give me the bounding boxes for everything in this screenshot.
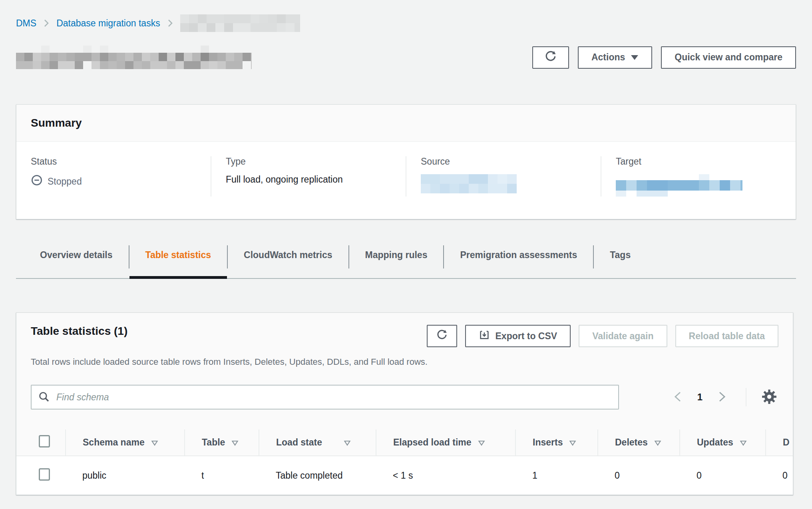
column-header-inserts[interactable]: Inserts: [515, 429, 598, 456]
summary-target-column: Target: [601, 156, 796, 197]
cell-inserts: 1: [515, 456, 598, 495]
refresh-icon: [436, 329, 448, 343]
search-icon: [38, 391, 50, 404]
quick-view-and-compare-button[interactable]: Quick view and compare: [661, 46, 796, 69]
export-to-csv-button[interactable]: Export to CSV: [465, 325, 571, 347]
pagination-divider: [746, 388, 746, 406]
column-header-table[interactable]: Table: [185, 429, 259, 456]
reload-table-data-label: Reload table data: [689, 331, 765, 342]
breadcrumb-link-tasks[interactable]: Database migration tasks: [56, 18, 160, 29]
column-label: Schema name: [83, 437, 145, 447]
refresh-icon: [544, 50, 557, 65]
current-page-number: 1: [697, 392, 703, 403]
table-refresh-button[interactable]: [427, 325, 457, 347]
column-label: Inserts: [533, 437, 563, 447]
sort-icon: [654, 437, 661, 448]
cell-elapsed-load-time: < 1 s: [376, 456, 515, 495]
table-row[interactable]: public t Table completed < 1 s 1 0 0 0: [16, 456, 793, 495]
dms-task-page: { "breadcrumb": { "dms": "DMS", "tasks":…: [0, 0, 812, 509]
chevron-right-icon: [167, 19, 173, 28]
gear-icon: [762, 389, 777, 406]
select-all-header-cell: [16, 429, 66, 456]
column-header-load-state[interactable]: Load state: [259, 429, 376, 456]
page-title-redacted: [16, 46, 252, 69]
summary-source-column: Source: [406, 156, 601, 197]
table-preferences-button[interactable]: [760, 388, 778, 407]
chevron-right-icon: [44, 19, 49, 28]
page-header: Actions Quick view and compare: [16, 46, 796, 69]
actions-button[interactable]: Actions: [578, 46, 652, 69]
sort-icon: [569, 437, 576, 448]
summary-status-column: Status Stopped: [16, 156, 211, 197]
tab-cloudwatch-metrics[interactable]: CloudWatch metrics: [228, 243, 348, 278]
cell-updates: 0: [680, 456, 766, 495]
summary-type-column: Type Full load, ongoing replication: [211, 156, 406, 197]
column-label: Updates: [697, 437, 733, 447]
table-statistics-table: Schema name Table Load state Elapsed loa…: [16, 429, 793, 495]
table-statistics-actions: Export to CSV Validate again Reload tabl…: [427, 325, 778, 347]
pagination: 1: [670, 388, 778, 407]
table-header-row: Schema name Table Load state Elapsed loa…: [16, 429, 793, 456]
schema-search: [31, 385, 619, 410]
tab-premigration-assessments[interactable]: Premigration assessments: [444, 243, 593, 278]
download-icon: [479, 329, 490, 343]
reload-table-data-button[interactable]: Reload table data: [675, 325, 778, 347]
column-label: Elapsed load time: [393, 437, 472, 447]
summary-panel: Summary Status Stopped Type Full load,: [16, 104, 796, 219]
target-label: Target: [616, 156, 781, 167]
filter-row: 1: [16, 367, 793, 429]
stopped-icon: [31, 174, 43, 189]
previous-page-button[interactable]: [670, 388, 685, 407]
cell-table: t: [185, 456, 259, 495]
summary-body: Status Stopped Type Full load, ongoing r…: [16, 142, 796, 219]
column-header-schema-name[interactable]: Schema name: [66, 429, 185, 456]
column-label: Deletes: [615, 437, 648, 447]
breadcrumb: DMS Database migration tasks: [16, 14, 796, 32]
select-all-checkbox[interactable]: [39, 435, 50, 447]
sort-icon: [478, 437, 485, 448]
chevron-left-icon: [673, 390, 683, 405]
header-toolbar: Actions Quick view and compare: [532, 46, 796, 69]
detail-tabs: Overview details Table statistics CloudW…: [16, 243, 796, 279]
cell-load-state: Table completed: [259, 456, 376, 495]
summary-title: Summary: [31, 117, 781, 129]
sort-icon: [344, 437, 351, 448]
sort-icon: [151, 437, 158, 448]
source-value-redacted: [421, 174, 517, 193]
table-statistics-title: Table statistics (1): [31, 325, 127, 338]
column-header-ddls-clipped[interactable]: D: [766, 429, 793, 456]
status-value: Stopped: [31, 174, 196, 189]
breadcrumb-link-dms[interactable]: DMS: [16, 18, 36, 29]
cell-deletes: 0: [598, 456, 680, 495]
tab-mapping-rules[interactable]: Mapping rules: [349, 243, 444, 278]
column-label: D: [783, 437, 790, 447]
tab-table-statistics[interactable]: Table statistics: [129, 243, 227, 278]
column-header-elapsed-load-time[interactable]: Elapsed load time: [376, 429, 515, 456]
row-select-cell: [16, 456, 66, 495]
summary-panel-header: Summary: [16, 105, 796, 142]
type-label: Type: [226, 156, 391, 167]
column-header-updates[interactable]: Updates: [680, 429, 766, 456]
find-schema-input[interactable]: [31, 385, 619, 410]
type-value: Full load, ongoing replication: [226, 174, 391, 185]
next-page-button[interactable]: [714, 388, 730, 407]
refresh-button[interactable]: [532, 46, 569, 69]
cell-ddls-clipped: 0: [766, 456, 793, 495]
tab-tags[interactable]: Tags: [594, 243, 647, 278]
tab-overview-details[interactable]: Overview details: [24, 243, 129, 278]
caret-down-icon: [631, 52, 639, 63]
validate-again-button[interactable]: Validate again: [579, 325, 667, 347]
sort-icon: [740, 437, 747, 448]
column-header-deletes[interactable]: Deletes: [598, 429, 680, 456]
export-to-csv-label: Export to CSV: [496, 331, 557, 342]
table-statistics-description: Total rows include loaded source table r…: [16, 347, 793, 367]
row-checkbox[interactable]: [39, 468, 50, 481]
column-label: Load state: [276, 437, 322, 447]
chevron-right-icon: [717, 390, 727, 405]
target-value-redacted: [616, 174, 742, 197]
validate-again-label: Validate again: [592, 331, 653, 342]
status-label: Status: [31, 156, 196, 167]
breadcrumb-task-name-redacted: [180, 14, 300, 32]
cell-schema-name: public: [66, 456, 185, 495]
sort-icon: [231, 437, 239, 448]
